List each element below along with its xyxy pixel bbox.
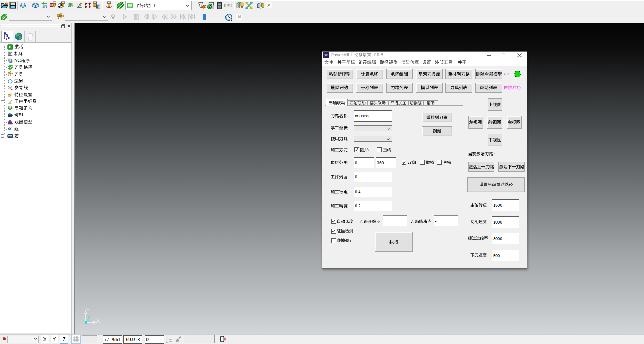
svg-text:Y: Y bbox=[86, 306, 90, 313]
svg-text:Z: Z bbox=[166, 341, 168, 343]
svg-text:X: X bbox=[96, 317, 100, 324]
svg-text:Z: Z bbox=[87, 315, 90, 322]
